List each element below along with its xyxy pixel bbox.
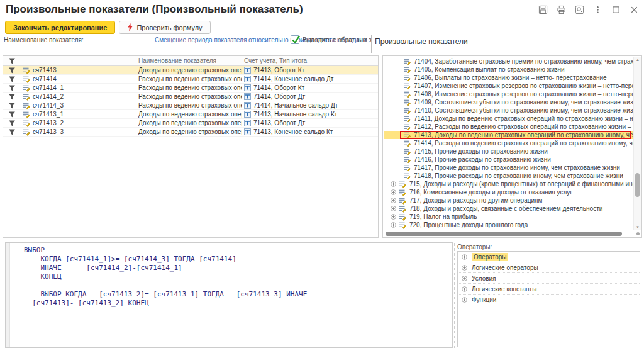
inverse-sign-checkbox[interactable] (291, 35, 299, 44)
table-row[interactable]: сч71413_2 Доходы по ведению страховых оп… (3, 119, 378, 128)
scrollbar-thumb[interactable] (386, 232, 622, 236)
expand-icon[interactable] (391, 222, 396, 228)
account-icon (244, 111, 251, 118)
account-icon (244, 120, 251, 126)
tree-item[interactable]: 71409, Состоявшиеся убытки по страховани… (384, 98, 633, 106)
formula-editor[interactable]: ВЫБОР КОГДА [сч71414_1]>= [сч71414_3] ТО… (5, 242, 453, 348)
scrollbar-thumb[interactable] (635, 173, 640, 197)
save-icon[interactable] (538, 4, 548, 14)
vertical-scrollbar[interactable]: ▲ ▼ (633, 57, 641, 230)
indicator-icon (23, 67, 30, 74)
table-row[interactable]: сч71413_3 Доходы по ведению страховых оп… (3, 128, 378, 137)
account-column-header[interactable]: Счет учета, Тип итога (242, 57, 378, 64)
operators-item[interactable]: Операторы (458, 252, 640, 262)
filter-icon[interactable] (8, 128, 16, 136)
filter-icon[interactable] (8, 102, 16, 109)
more-icon[interactable] (592, 4, 602, 14)
formula-text[interactable]: ВЫБОР КОГДА [сч71414_1]>= [сч71414_3] ТО… (24, 246, 307, 308)
tree-item[interactable]: 71405, Компенсация выплат по страхованию… (384, 65, 633, 74)
filter-icon[interactable] (8, 120, 16, 127)
account-item-icon (403, 132, 411, 139)
table-row[interactable]: сч71414_3 Расходы по ведению страховых о… (3, 101, 378, 110)
account-item-icon (399, 181, 406, 188)
tree-item[interactable]: 71407, Изменение страховых резервов по с… (384, 82, 633, 90)
account-icon (244, 67, 251, 74)
tree-item[interactable]: 71406, Выплаты по страхованию жизни – не… (384, 74, 633, 82)
expand-icon[interactable] (391, 181, 396, 187)
indicator-icon (23, 102, 30, 109)
tree-item[interactable]: 71415, Прочие доходы по страхованию жизн… (384, 147, 633, 155)
indicator-icon (23, 76, 30, 83)
tree-item[interactable]: 720, Процентные доходы прошлого года (384, 221, 633, 229)
tree-item[interactable]: 71414, Расходы по ведению страховых опер… (384, 139, 633, 147)
name-column-header[interactable]: Наименование показателя (136, 57, 242, 64)
account-item-icon (403, 164, 411, 172)
panel-splitter[interactable] (454, 242, 455, 348)
check-formula-button[interactable]: Проверить формулу (119, 21, 210, 34)
tree-item[interactable]: 71416, Прочие расходы по страхованию жиз… (384, 155, 633, 164)
tree-item[interactable]: 715, Доходы и расходы (кроме процентных)… (384, 180, 633, 188)
indicator-name-input[interactable]: Произвольные показатели (371, 35, 640, 53)
tree-item[interactable]: 71410, Состоявшиеся убытки по страховани… (384, 106, 633, 115)
close-icon[interactable] (629, 4, 639, 14)
account-item-icon (403, 91, 411, 98)
tree-item[interactable]: 721, Процентные расходы прошлого года (384, 229, 633, 230)
account-item-icon (399, 222, 406, 229)
tree-item[interactable]: 71404, Заработанные страховые премии по … (384, 57, 633, 65)
expand-icon[interactable] (391, 189, 396, 195)
account-item-icon (399, 213, 406, 221)
indicators-table-header: Наименование показателя Счет учета, Тип … (3, 56, 378, 66)
tree-item[interactable]: 71411, Доходы по ведению страховых опера… (384, 115, 633, 123)
table-row[interactable]: сч71413_1 Доходы по ведению страховых оп… (3, 110, 378, 119)
operators-item[interactable]: Функции (458, 295, 640, 305)
maximize-icon[interactable] (611, 4, 621, 14)
account-item-icon (399, 189, 406, 196)
filter-icon[interactable] (8, 93, 16, 101)
account-item-icon (403, 140, 411, 147)
tree-item[interactable]: 718, Доходы и расходы, связанные с обесп… (384, 205, 633, 213)
table-row[interactable]: сч71413 Доходы по ведению страховых опер… (3, 66, 378, 75)
filter-icon[interactable] (8, 111, 16, 118)
tree-item-selected[interactable]: 71413, Доходы по ведению страховых опера… (384, 131, 633, 139)
table-row[interactable]: сч71414_1 Расходы по ведению страховых о… (3, 84, 378, 93)
filter-icon[interactable] (8, 84, 16, 92)
tree-item[interactable]: 71412, Расходы по ведению страховых опер… (384, 123, 633, 131)
expand-icon[interactable] (391, 214, 396, 220)
expand-icon[interactable] (462, 286, 467, 292)
finish-editing-button[interactable]: Закончить редактирование (5, 21, 115, 34)
table-row[interactable]: сч71414 Расходы по ведению страховых опе… (3, 75, 378, 84)
tree-item[interactable]: 717, Доходы и расходы по другим операция… (384, 196, 633, 205)
scroll-up-icon[interactable]: ▲ (634, 58, 641, 62)
account-item-icon (399, 205, 406, 213)
tree-item[interactable]: 71417, Прочие доходы по страхованию ином… (384, 164, 633, 172)
account-item-icon (403, 107, 411, 115)
panel-divider (0, 240, 644, 240)
filter-icon[interactable] (8, 57, 16, 65)
account-item-icon (403, 58, 411, 65)
expand-icon[interactable] (462, 265, 467, 271)
expand-icon[interactable] (391, 206, 396, 211)
horizontal-scrollbar[interactable] (384, 231, 633, 237)
operators-item[interactable]: Логические константы (458, 284, 640, 295)
expand-icon[interactable] (462, 276, 467, 281)
tree-item[interactable]: 71418, Прочие расходы по страхованию ино… (384, 172, 633, 180)
filter-icon[interactable] (8, 67, 16, 74)
indicator-icon (23, 93, 30, 101)
scroll-right-icon[interactable] (636, 232, 640, 235)
expand-icon[interactable] (462, 254, 467, 260)
account-item-icon (403, 99, 411, 106)
tree-item[interactable]: 71408, Изменение страховых резервов по с… (384, 90, 633, 98)
expand-icon[interactable] (462, 297, 467, 303)
preview-icon[interactable] (574, 4, 584, 14)
tree-item[interactable]: 719, Налог на прибыль (384, 213, 633, 221)
scroll-down-icon[interactable]: ▼ (634, 225, 641, 229)
expand-icon[interactable] (391, 198, 396, 203)
filter-icon[interactable] (8, 76, 16, 83)
table-row[interactable]: сч71414_2 Расходы по ведению страховых о… (3, 93, 378, 101)
operators-item[interactable]: Условия (458, 273, 640, 284)
toolbar: Закончить редактирование Проверить форму… (5, 21, 211, 34)
tree-item[interactable]: 716, Комиссионные доходы и доходы от ока… (384, 188, 633, 196)
account-item-icon (399, 197, 406, 205)
print-icon[interactable] (556, 4, 566, 14)
operators-item[interactable]: Логические операторы (458, 262, 640, 273)
